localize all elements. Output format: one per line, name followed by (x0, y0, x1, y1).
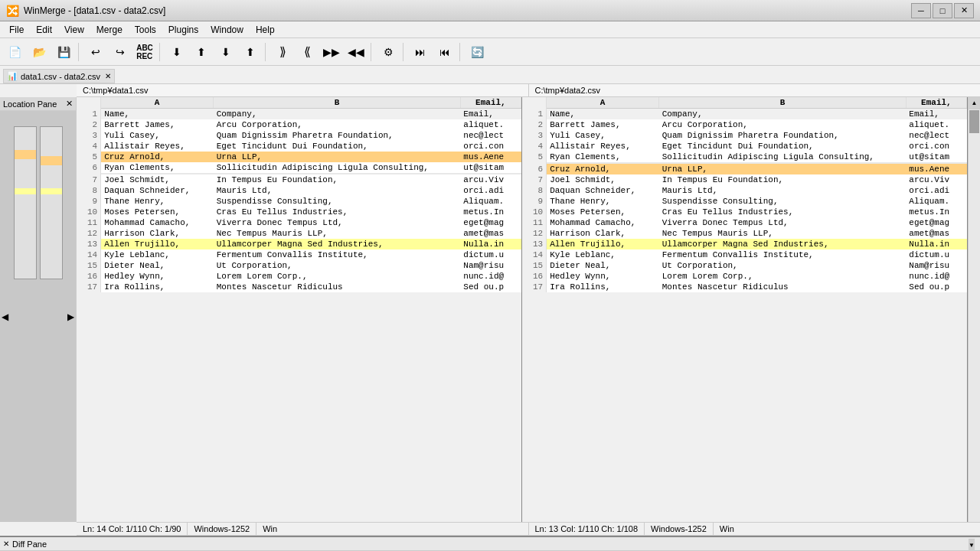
main-area: C:\tmp¥data1.csv C:\tmp¥data2.csv Locati… (0, 84, 980, 536)
left-linenum: 12 (77, 228, 101, 239)
right-col-b: Nec Tempus Mauris LLP, (659, 228, 906, 239)
right-col-a: Name, (547, 109, 659, 120)
tab-label[interactable]: data1.csv - data2.csv (21, 72, 100, 81)
copy-left-button[interactable]: ⟪ (296, 41, 318, 63)
right-col-b: Sollicitudin Adipiscing Ligula Consultin… (659, 152, 906, 162)
right-col-c: Nulla.in (906, 239, 966, 249)
next-diff-button[interactable]: ⬇ (214, 41, 237, 63)
left-linenum: 8 (77, 185, 101, 196)
right-scrollbar[interactable]: ▲ ▼ (968, 97, 980, 522)
right-col-c: amet@mas (906, 228, 966, 239)
left-linenum: 16 (77, 271, 101, 282)
left-col-c: amet@mas (460, 228, 521, 239)
left-col-c: aliquet. (460, 119, 521, 130)
location-nav-right[interactable]: ▶ (67, 311, 74, 322)
options-button[interactable]: ⚙ (377, 41, 400, 63)
menu-help[interactable]: Help (250, 23, 281, 37)
left-col-b: Quam Dignissim Pharetra Foundation, (214, 130, 461, 141)
left-linenum: 14 (77, 249, 101, 260)
left-col-b: Lorem Lorem Corp., (214, 271, 461, 282)
right-eol: Win (714, 523, 740, 535)
left-col-a: Hedley Wynn, (101, 271, 214, 282)
left-col-a: Mohammad Camacho, (101, 217, 214, 228)
menu-window[interactable]: Window (204, 23, 250, 37)
bottom-close-icon[interactable]: ✕ (3, 540, 9, 548)
copy-right-button[interactable]: ⟫ (271, 41, 294, 63)
left-col-b: Ut Corporation, (214, 260, 461, 271)
right-col-a: Mohammad Camacho, (547, 217, 659, 228)
location-nav-left[interactable]: ◀ (2, 311, 8, 322)
copy-down-button[interactable]: ⬇ (165, 41, 188, 63)
copy-left2-button[interactable]: ◀◀ (345, 41, 368, 63)
right-cursor-pos: Ln: 13 Col: 1/110 Ch: 1/108 (529, 523, 645, 535)
left-col-c: orci.adi (460, 185, 521, 196)
right-col-a: Barrett James, (547, 119, 659, 130)
maximize-button[interactable]: □ (933, 3, 952, 18)
menu-view[interactable]: View (58, 23, 90, 37)
sep1 (78, 43, 81, 61)
new-button[interactable]: 📄 (3, 41, 26, 63)
copy-right2-button[interactable]: ▶▶ (320, 41, 343, 63)
left-col-a: Allen Trujillo, (101, 239, 214, 249)
right-linenum: 10 (522, 207, 547, 217)
left-col-b: Viverra Donec Tempus Ltd, (214, 217, 461, 228)
save-button[interactable]: 💾 (52, 41, 75, 63)
prev-diff-button[interactable]: ⬆ (239, 41, 262, 63)
right-col-b: Fermentum Convallis Institute, (659, 249, 906, 260)
left-col-a: Thane Henry, (101, 196, 214, 207)
right-col-a: Cruz Arnold, (547, 164, 659, 174)
scroll-thumb[interactable] (969, 110, 979, 133)
redo-button[interactable]: ↪ (109, 41, 132, 63)
right-col-a: Daquan Schneider, (547, 185, 659, 196)
right-col-a: Hedley Wynn, (547, 271, 659, 282)
left-col-a: Name, (101, 109, 214, 120)
right-file-pane[interactable]: ABEmail, 1 Name, Company, Email, 2 Barre… (522, 97, 968, 522)
menu-plugins[interactable]: Plugins (162, 23, 204, 37)
sep4 (371, 43, 374, 61)
menu-merge[interactable]: Merge (90, 23, 129, 37)
tab-close-icon[interactable]: ✕ (105, 72, 111, 80)
undo-button[interactable]: ↩ (84, 41, 107, 63)
script-button[interactable]: ABCREC (133, 41, 156, 63)
right-col-b: Ut Corporation, (659, 260, 906, 271)
titlebar: 🔀 WinMerge - [data1.csv - data2.csv] ─ □… (0, 0, 980, 21)
open-button[interactable]: 📂 (28, 41, 51, 63)
menu-edit[interactable]: Edit (30, 23, 58, 37)
location-pane-close-icon[interactable]: ✕ (66, 99, 73, 109)
right-col-a: Dieter Neal, (547, 260, 659, 271)
right-col-b: Cras Eu Tellus Industries, (659, 207, 906, 217)
location-pane-header: Location Pane ✕ (0, 97, 76, 111)
left-linenum: 7 (77, 174, 101, 185)
left-col-b: Suspendisse Consulting, (214, 196, 461, 207)
right-linenum: 14 (522, 249, 547, 260)
menu-tools[interactable]: Tools (129, 23, 162, 37)
left-col-a: Kyle Leblanc, (101, 249, 214, 260)
right-col-a: Moses Petersen, (547, 207, 659, 217)
scroll-up-arrow[interactable]: ▲ (969, 97, 980, 109)
right-col-c: eget@mag (906, 217, 966, 228)
refresh-button[interactable]: 🔄 (466, 41, 488, 63)
left-col-a: Dieter Neal, (101, 260, 214, 271)
pane-status-bars: Ln: 14 Col: 1/110 Ch: 1/90 Windows-1252 … (77, 522, 980, 536)
right-col-c: metus.In (906, 207, 966, 217)
menu-file[interactable]: File (3, 23, 30, 37)
right-linenum: 3 (522, 130, 547, 141)
left-col-a: Moses Petersen, (101, 207, 214, 217)
right-linenum: 13 (522, 239, 547, 249)
last-diff-button[interactable]: ⏮ (433, 41, 456, 63)
left-file-pane[interactable]: ABEmail, 1 Name, Company, Email, 2 Barre… (77, 97, 522, 522)
left-linenum: 1 (77, 109, 101, 120)
left-col-b: Fermentum Convallis Institute, (214, 249, 461, 260)
right-col-a: Allistair Reyes, (547, 141, 659, 152)
minimize-button[interactable]: ─ (911, 3, 931, 18)
tabbar: 📊 data1.csv - data2.csv ✕ (0, 66, 980, 84)
right-col-b: Mauris Ltd, (659, 185, 906, 196)
first-diff-button[interactable]: ⏭ (409, 41, 432, 63)
left-linenum: 4 (77, 141, 101, 152)
right-linenum: 1 (522, 109, 547, 120)
close-button[interactable]: ✕ (954, 3, 974, 18)
copy-up-button[interactable]: ⬆ (190, 41, 213, 63)
right-col-c: arcu.Viv (906, 174, 966, 185)
right-col-b: Urna LLP, (659, 164, 906, 174)
left-linenum: 10 (77, 207, 101, 217)
